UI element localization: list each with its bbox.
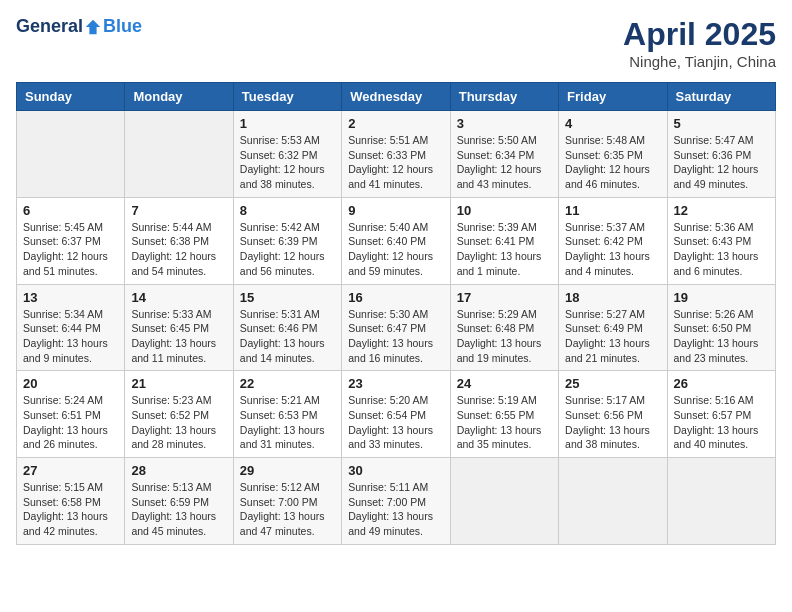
weekday-header-friday: Friday — [559, 83, 667, 111]
weekday-header-saturday: Saturday — [667, 83, 775, 111]
calendar-week-row: 20Sunrise: 5:24 AM Sunset: 6:51 PM Dayli… — [17, 371, 776, 458]
day-number: 10 — [457, 203, 552, 218]
day-info: Sunrise: 5:30 AM Sunset: 6:47 PM Dayligh… — [348, 307, 443, 366]
calendar-cell: 18Sunrise: 5:27 AM Sunset: 6:49 PM Dayli… — [559, 284, 667, 371]
day-number: 15 — [240, 290, 335, 305]
calendar-cell — [17, 111, 125, 198]
day-info: Sunrise: 5:27 AM Sunset: 6:49 PM Dayligh… — [565, 307, 660, 366]
day-number: 8 — [240, 203, 335, 218]
day-info: Sunrise: 5:17 AM Sunset: 6:56 PM Dayligh… — [565, 393, 660, 452]
calendar-cell: 20Sunrise: 5:24 AM Sunset: 6:51 PM Dayli… — [17, 371, 125, 458]
day-number: 12 — [674, 203, 769, 218]
day-number: 5 — [674, 116, 769, 131]
day-info: Sunrise: 5:42 AM Sunset: 6:39 PM Dayligh… — [240, 220, 335, 279]
day-number: 20 — [23, 376, 118, 391]
calendar-cell: 16Sunrise: 5:30 AM Sunset: 6:47 PM Dayli… — [342, 284, 450, 371]
calendar-cell — [667, 458, 775, 545]
day-info: Sunrise: 5:15 AM Sunset: 6:58 PM Dayligh… — [23, 480, 118, 539]
calendar-cell: 9Sunrise: 5:40 AM Sunset: 6:40 PM Daylig… — [342, 197, 450, 284]
day-number: 23 — [348, 376, 443, 391]
calendar-cell: 28Sunrise: 5:13 AM Sunset: 6:59 PM Dayli… — [125, 458, 233, 545]
day-number: 11 — [565, 203, 660, 218]
weekday-header-thursday: Thursday — [450, 83, 558, 111]
logo: General Blue — [16, 16, 142, 37]
day-number: 13 — [23, 290, 118, 305]
calendar-week-row: 27Sunrise: 5:15 AM Sunset: 6:58 PM Dayli… — [17, 458, 776, 545]
logo-icon — [84, 18, 102, 36]
day-number: 7 — [131, 203, 226, 218]
calendar-cell: 7Sunrise: 5:44 AM Sunset: 6:38 PM Daylig… — [125, 197, 233, 284]
svg-marker-0 — [86, 19, 100, 33]
day-number: 28 — [131, 463, 226, 478]
location-text: Ninghe, Tianjin, China — [623, 53, 776, 70]
day-number: 17 — [457, 290, 552, 305]
day-number: 19 — [674, 290, 769, 305]
calendar-cell: 2Sunrise: 5:51 AM Sunset: 6:33 PM Daylig… — [342, 111, 450, 198]
day-info: Sunrise: 5:12 AM Sunset: 7:00 PM Dayligh… — [240, 480, 335, 539]
calendar-cell — [450, 458, 558, 545]
day-info: Sunrise: 5:48 AM Sunset: 6:35 PM Dayligh… — [565, 133, 660, 192]
day-number: 21 — [131, 376, 226, 391]
day-info: Sunrise: 5:50 AM Sunset: 6:34 PM Dayligh… — [457, 133, 552, 192]
day-info: Sunrise: 5:16 AM Sunset: 6:57 PM Dayligh… — [674, 393, 769, 452]
day-info: Sunrise: 5:51 AM Sunset: 6:33 PM Dayligh… — [348, 133, 443, 192]
day-info: Sunrise: 5:33 AM Sunset: 6:45 PM Dayligh… — [131, 307, 226, 366]
calendar-week-row: 6Sunrise: 5:45 AM Sunset: 6:37 PM Daylig… — [17, 197, 776, 284]
calendar-cell — [559, 458, 667, 545]
calendar-cell: 14Sunrise: 5:33 AM Sunset: 6:45 PM Dayli… — [125, 284, 233, 371]
day-number: 14 — [131, 290, 226, 305]
day-number: 9 — [348, 203, 443, 218]
day-info: Sunrise: 5:20 AM Sunset: 6:54 PM Dayligh… — [348, 393, 443, 452]
title-block: April 2025 Ninghe, Tianjin, China — [623, 16, 776, 70]
calendar-cell — [125, 111, 233, 198]
day-info: Sunrise: 5:45 AM Sunset: 6:37 PM Dayligh… — [23, 220, 118, 279]
day-info: Sunrise: 5:31 AM Sunset: 6:46 PM Dayligh… — [240, 307, 335, 366]
calendar-cell: 4Sunrise: 5:48 AM Sunset: 6:35 PM Daylig… — [559, 111, 667, 198]
calendar-cell: 11Sunrise: 5:37 AM Sunset: 6:42 PM Dayli… — [559, 197, 667, 284]
calendar-cell: 24Sunrise: 5:19 AM Sunset: 6:55 PM Dayli… — [450, 371, 558, 458]
calendar-cell: 23Sunrise: 5:20 AM Sunset: 6:54 PM Dayli… — [342, 371, 450, 458]
calendar-cell: 6Sunrise: 5:45 AM Sunset: 6:37 PM Daylig… — [17, 197, 125, 284]
calendar-week-row: 13Sunrise: 5:34 AM Sunset: 6:44 PM Dayli… — [17, 284, 776, 371]
day-info: Sunrise: 5:26 AM Sunset: 6:50 PM Dayligh… — [674, 307, 769, 366]
day-number: 16 — [348, 290, 443, 305]
day-info: Sunrise: 5:39 AM Sunset: 6:41 PM Dayligh… — [457, 220, 552, 279]
day-info: Sunrise: 5:21 AM Sunset: 6:53 PM Dayligh… — [240, 393, 335, 452]
day-info: Sunrise: 5:13 AM Sunset: 6:59 PM Dayligh… — [131, 480, 226, 539]
weekday-header-wednesday: Wednesday — [342, 83, 450, 111]
day-number: 27 — [23, 463, 118, 478]
day-number: 26 — [674, 376, 769, 391]
calendar-cell: 30Sunrise: 5:11 AM Sunset: 7:00 PM Dayli… — [342, 458, 450, 545]
weekday-header-row: SundayMondayTuesdayWednesdayThursdayFrid… — [17, 83, 776, 111]
day-number: 6 — [23, 203, 118, 218]
day-number: 30 — [348, 463, 443, 478]
calendar-table: SundayMondayTuesdayWednesdayThursdayFrid… — [16, 82, 776, 545]
calendar-cell: 13Sunrise: 5:34 AM Sunset: 6:44 PM Dayli… — [17, 284, 125, 371]
month-title: April 2025 — [623, 16, 776, 53]
calendar-cell: 27Sunrise: 5:15 AM Sunset: 6:58 PM Dayli… — [17, 458, 125, 545]
weekday-header-sunday: Sunday — [17, 83, 125, 111]
calendar-cell: 26Sunrise: 5:16 AM Sunset: 6:57 PM Dayli… — [667, 371, 775, 458]
calendar-cell: 21Sunrise: 5:23 AM Sunset: 6:52 PM Dayli… — [125, 371, 233, 458]
calendar-cell: 17Sunrise: 5:29 AM Sunset: 6:48 PM Dayli… — [450, 284, 558, 371]
calendar-cell: 8Sunrise: 5:42 AM Sunset: 6:39 PM Daylig… — [233, 197, 341, 284]
day-info: Sunrise: 5:53 AM Sunset: 6:32 PM Dayligh… — [240, 133, 335, 192]
day-info: Sunrise: 5:23 AM Sunset: 6:52 PM Dayligh… — [131, 393, 226, 452]
calendar-cell: 29Sunrise: 5:12 AM Sunset: 7:00 PM Dayli… — [233, 458, 341, 545]
weekday-header-tuesday: Tuesday — [233, 83, 341, 111]
logo-general-text: General — [16, 16, 83, 37]
calendar-cell: 15Sunrise: 5:31 AM Sunset: 6:46 PM Dayli… — [233, 284, 341, 371]
day-number: 2 — [348, 116, 443, 131]
calendar-week-row: 1Sunrise: 5:53 AM Sunset: 6:32 PM Daylig… — [17, 111, 776, 198]
day-info: Sunrise: 5:19 AM Sunset: 6:55 PM Dayligh… — [457, 393, 552, 452]
day-number: 22 — [240, 376, 335, 391]
calendar-cell: 1Sunrise: 5:53 AM Sunset: 6:32 PM Daylig… — [233, 111, 341, 198]
day-number: 4 — [565, 116, 660, 131]
day-info: Sunrise: 5:40 AM Sunset: 6:40 PM Dayligh… — [348, 220, 443, 279]
calendar-cell: 3Sunrise: 5:50 AM Sunset: 6:34 PM Daylig… — [450, 111, 558, 198]
calendar-cell: 5Sunrise: 5:47 AM Sunset: 6:36 PM Daylig… — [667, 111, 775, 198]
day-info: Sunrise: 5:34 AM Sunset: 6:44 PM Dayligh… — [23, 307, 118, 366]
day-info: Sunrise: 5:11 AM Sunset: 7:00 PM Dayligh… — [348, 480, 443, 539]
day-info: Sunrise: 5:24 AM Sunset: 6:51 PM Dayligh… — [23, 393, 118, 452]
logo-blue-text: Blue — [103, 16, 142, 37]
